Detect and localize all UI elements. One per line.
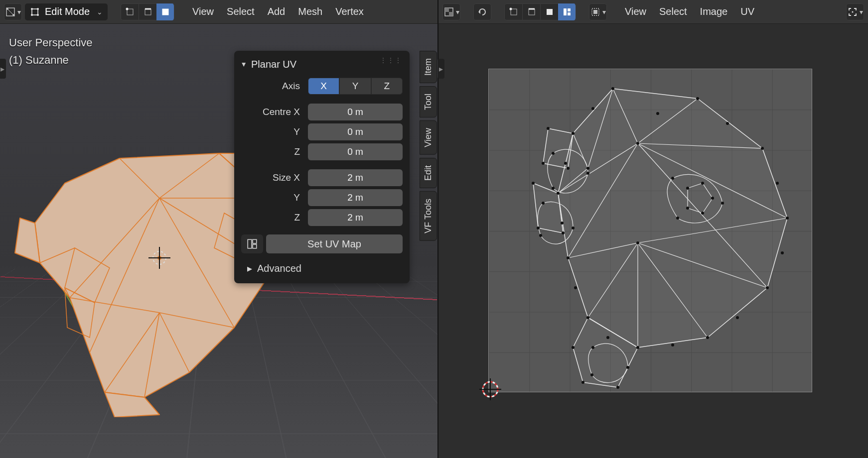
- axis-z-button[interactable]: Z: [371, 78, 403, 95]
- svg-point-7: [31, 14, 33, 16]
- operator-panel: ⋮⋮⋮ ▸ Planar UV Axis X Y Z Centre X: [234, 51, 410, 283]
- centre-x-field[interactable]: 0 m: [308, 104, 403, 120]
- svg-point-63: [616, 386, 619, 389]
- uv-frame-button[interactable]: ▾: [846, 3, 864, 20]
- axis-field-label: Axis: [241, 81, 306, 92]
- svg-point-57: [547, 127, 550, 130]
- uv-menu-uv[interactable]: UV: [735, 6, 759, 17]
- centre-x-label: Centre X: [241, 107, 306, 117]
- toolbar-expand-handle[interactable]: ▸: [0, 59, 6, 79]
- svg-point-56: [636, 241, 639, 244]
- svg-point-69: [676, 217, 679, 220]
- svg-point-30: [509, 7, 512, 10]
- svg-point-87: [781, 251, 784, 254]
- svg-point-67: [671, 177, 674, 180]
- uv-viewport[interactable]: ▸: [438, 24, 868, 458]
- select-mode-group: [121, 3, 174, 20]
- uv-menu-select[interactable]: Select: [654, 6, 692, 17]
- object-name-label: (1) Suzanne: [9, 51, 93, 69]
- uv-editor-header: ▾ ▾ View Select Image UV ▾: [438, 0, 868, 24]
- svg-point-61: [562, 231, 565, 234]
- chevron-down-icon: ▾: [602, 8, 606, 16]
- svg-point-50: [636, 346, 639, 349]
- svg-marker-41: [543, 128, 573, 168]
- svg-rect-13: [162, 9, 168, 15]
- editor-type-button[interactable]: ▾: [4, 3, 22, 20]
- mode-dropdown[interactable]: Edit Mode ⌄: [25, 3, 108, 20]
- svg-rect-26: [445, 8, 449, 12]
- svg-point-83: [590, 373, 593, 376]
- chevron-down-icon: ⌄: [97, 8, 103, 16]
- size-x-field[interactable]: 2 m: [308, 169, 403, 186]
- uv-editor-type-button[interactable]: ▾: [442, 3, 460, 20]
- svg-rect-23: [253, 239, 257, 243]
- operator-title: Planar UV: [251, 59, 296, 70]
- svg-point-81: [591, 346, 594, 349]
- tab-edit[interactable]: Edit: [420, 158, 437, 188]
- svg-point-65: [572, 346, 575, 349]
- tab-item[interactable]: Item: [420, 51, 437, 83]
- axis-y-button[interactable]: Y: [339, 78, 371, 95]
- uv-toolbar-expand-handle[interactable]: ▸: [437, 59, 444, 79]
- menu-vertex[interactable]: Vertex: [330, 6, 369, 17]
- size-y-label: Y: [241, 192, 306, 203]
- menu-select[interactable]: Select: [222, 6, 260, 17]
- menu-view[interactable]: View: [187, 6, 219, 17]
- svg-point-79: [572, 227, 575, 229]
- centre-z-field[interactable]: 0 m: [308, 143, 403, 160]
- uvmap-icon: [241, 234, 263, 253]
- uv-editor-icon: [444, 7, 454, 17]
- axis-toggle-group: X Y Z: [308, 78, 403, 95]
- svg-point-58: [567, 167, 570, 170]
- uv-island-select[interactable]: [558, 3, 576, 20]
- n-panel-tabs: Item Tool View Edit VF Tools: [420, 51, 437, 243]
- svg-point-45: [696, 97, 699, 100]
- svg-point-53: [557, 192, 560, 195]
- face-select-button[interactable]: [156, 3, 174, 20]
- drag-handle-icon[interactable]: ⋮⋮⋮: [380, 57, 403, 64]
- vertex-select-button[interactable]: [121, 3, 139, 20]
- chevron-down-icon: ▸: [240, 63, 249, 67]
- svg-point-88: [736, 316, 739, 319]
- uv-menu-view[interactable]: View: [620, 6, 651, 17]
- svg-rect-22: [248, 239, 252, 248]
- svg-point-8: [37, 14, 39, 16]
- uv-face-select[interactable]: [540, 3, 558, 20]
- centre-z-label: Z: [241, 146, 306, 157]
- size-x-label: Size X: [241, 172, 306, 183]
- menu-add[interactable]: Add: [263, 6, 290, 17]
- operator-panel-header[interactable]: ▸ Planar UV: [241, 57, 403, 76]
- uv-edge-select[interactable]: [522, 3, 540, 20]
- svg-point-77: [552, 187, 555, 190]
- svg-point-80: [539, 234, 542, 237]
- svg-point-49: [706, 336, 709, 339]
- perspective-label: User Perspective: [9, 34, 93, 51]
- 3d-viewport[interactable]: User Perspective (1) Suzanne: [0, 24, 437, 458]
- menu-mesh[interactable]: Mesh: [293, 6, 327, 17]
- mesh-icon: [5, 7, 15, 17]
- svg-point-46: [761, 147, 764, 150]
- advanced-disclosure[interactable]: ▸ Advanced: [241, 253, 403, 275]
- size-z-field[interactable]: 2 m: [308, 209, 403, 226]
- svg-point-75: [552, 152, 555, 155]
- uv-sync-button[interactable]: [473, 3, 491, 20]
- svg-point-5: [31, 8, 33, 10]
- mode-label: Edit Mode: [45, 6, 90, 17]
- size-y-field[interactable]: 2 m: [308, 189, 403, 206]
- svg-point-91: [574, 286, 577, 289]
- uv-2d-cursor: [478, 377, 502, 401]
- tab-vf-tools[interactable]: VF Tools: [420, 191, 437, 241]
- axis-x-button[interactable]: X: [308, 78, 339, 95]
- tab-view[interactable]: View: [420, 120, 437, 155]
- uv-editor-pane: ▾ ▾ View Select Image UV ▾ ▸: [438, 0, 868, 458]
- tab-tool[interactable]: Tool: [420, 86, 437, 117]
- centre-y-field[interactable]: 0 m: [308, 123, 403, 140]
- svg-point-51: [586, 316, 589, 319]
- uv-sticky-select-button[interactable]: ▾: [589, 3, 607, 20]
- edge-select-button[interactable]: [139, 3, 156, 20]
- viewport-overlay-text: User Perspective (1) Suzanne: [9, 34, 93, 69]
- set-uv-map-button[interactable]: Set UV Map: [266, 234, 403, 253]
- uv-menu-image[interactable]: Image: [695, 6, 733, 17]
- svg-point-78: [542, 202, 545, 205]
- uv-vertex-select[interactable]: [504, 3, 522, 20]
